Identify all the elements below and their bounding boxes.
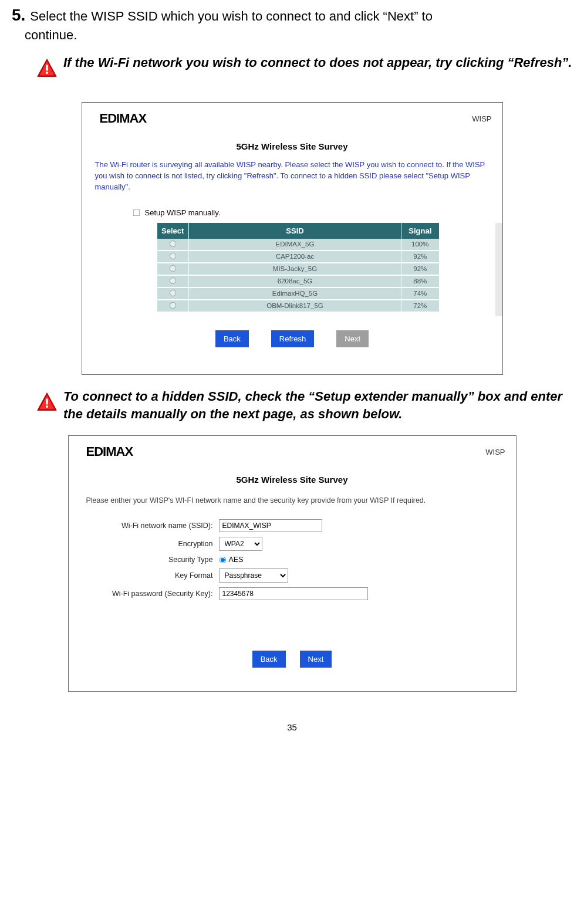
panel-description: The Wi-Fi router is surveying all availa… <box>82 160 502 200</box>
col-select: Select <box>157 223 189 239</box>
ssid-radio[interactable] <box>170 290 176 296</box>
button-row: Back Refresh Next <box>82 316 502 374</box>
svg-point-7 <box>46 405 48 408</box>
signal-cell: 100% <box>401 239 439 251</box>
security-type-value: AES <box>229 556 244 564</box>
panel-header: EDIMAX WISP <box>82 103 502 131</box>
signal-cell: 92% <box>401 251 439 263</box>
ssid-radio[interactable] <box>170 253 176 259</box>
signal-cell: 92% <box>401 263 439 275</box>
next-button[interactable]: Next <box>300 651 332 668</box>
step-number: 5. <box>12 6 25 25</box>
panel-title: 5GHz Wireless Site Survey <box>69 475 516 485</box>
signal-cell: 74% <box>401 287 439 300</box>
signal-cell: 72% <box>401 300 439 312</box>
note-manual-ssid: To connect to a hidden SSID, check the “… <box>36 388 572 422</box>
key-format-select[interactable]: Passphrase <box>219 568 288 583</box>
panel-title: 5GHz Wireless Site Survey <box>82 141 502 151</box>
panel-description: Please enther your WISP's WI-FI network … <box>69 493 516 517</box>
step-text-line2: continue. <box>25 26 572 44</box>
site-survey-panel: EDIMAX WISP 5GHz Wireless Site Survey Th… <box>82 102 503 375</box>
ssid-cell: CAP1200-ac <box>189 251 401 263</box>
ssid-cell: MIS-Jacky_5G <box>189 263 401 275</box>
ssid-radio[interactable] <box>170 241 176 247</box>
ssid-table: Select SSID Signal EDIMAX_5G 100% CAP120… <box>157 223 439 313</box>
col-ssid: SSID <box>189 223 401 239</box>
svg-rect-6 <box>46 399 48 405</box>
ssid-cell: EdimaxHQ_5G <box>189 287 401 300</box>
encryption-select[interactable]: WPA2 <box>219 537 262 551</box>
key-format-label: Key Format <box>92 571 219 580</box>
next-button[interactable]: Next <box>336 330 369 347</box>
ssid-cell: OBM-Dlink817_5G <box>189 300 401 312</box>
ssid-label: Wi-Fi network name (SSID): <box>92 522 219 530</box>
brand-logo: EDIMAX <box>100 111 147 126</box>
table-row: EDIMAX_5G 100% <box>157 239 439 251</box>
brand-logo: EDIMAX <box>86 444 133 459</box>
table-row: OBM-Dlink817_5G 72% <box>157 300 439 312</box>
page-number: 35 <box>12 722 572 732</box>
ssid-radio[interactable] <box>170 302 176 309</box>
svg-rect-2 <box>46 65 48 71</box>
manual-setup-row: Setup WISP manually. <box>82 200 502 223</box>
table-row: MIS-Jacky_5G 92% <box>157 263 439 275</box>
form-area: Wi-Fi network name (SSID): Encryption WP… <box>69 517 516 611</box>
ssid-input[interactable] <box>219 519 322 532</box>
password-label: Wi-Fi password (Security Key): <box>92 590 219 598</box>
refresh-button[interactable]: Refresh <box>271 330 315 347</box>
button-row: Back Next <box>69 611 516 691</box>
table-row: CAP1200-ac 92% <box>157 251 439 263</box>
ssid-radio[interactable] <box>170 265 176 272</box>
back-button[interactable]: Back <box>252 651 286 668</box>
security-type-label: Security Type <box>92 556 219 564</box>
ssid-radio[interactable] <box>170 277 176 284</box>
panel-header: EDIMAX WISP <box>69 436 516 464</box>
ssid-cell: 6208ac_5G <box>189 275 401 287</box>
back-button[interactable]: Back <box>215 330 249 347</box>
step-text-line1: Select the WISP SSID which you wish to c… <box>30 8 433 25</box>
col-signal: Signal <box>401 223 439 239</box>
mode-label: WISP <box>472 114 491 123</box>
password-input[interactable] <box>219 587 368 600</box>
warning-icon <box>36 57 58 79</box>
manual-setup-label: Setup WISP manually. <box>145 208 221 217</box>
table-row: 6208ac_5G 88% <box>157 275 439 287</box>
mode-label: WISP <box>485 448 505 456</box>
table-scrollbar[interactable] <box>495 223 502 316</box>
svg-point-3 <box>46 72 48 74</box>
signal-cell: 88% <box>401 275 439 287</box>
table-row: EdimaxHQ_5G 74% <box>157 287 439 300</box>
manual-setup-checkbox[interactable] <box>133 209 140 216</box>
manual-setup-panel: EDIMAX WISP 5GHz Wireless Site Survey Pl… <box>68 435 517 692</box>
encryption-label: Encryption <box>92 540 219 548</box>
note-refresh: If the Wi-Fi network you wish to connect… <box>36 54 572 79</box>
security-type-radio[interactable] <box>219 556 226 563</box>
step-heading: 5. Select the WISP SSID which you wish t… <box>12 6 572 25</box>
note-refresh-text: If the Wi-Fi network you wish to connect… <box>63 54 572 72</box>
ssid-cell: EDIMAX_5G <box>189 239 401 251</box>
note-manual-ssid-text: To connect to a hidden SSID, check the “… <box>63 388 572 422</box>
warning-icon <box>36 391 58 412</box>
